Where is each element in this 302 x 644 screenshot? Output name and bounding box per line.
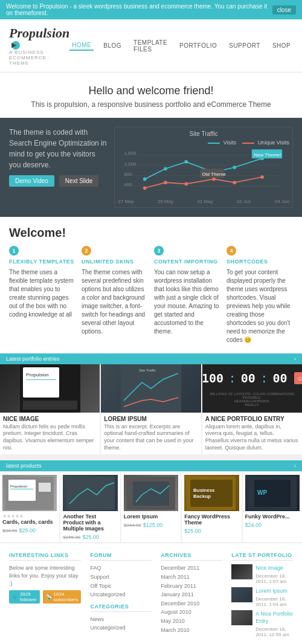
- portfolio-grid: Propulsion NICE IMAGE Nullam dictum feli…: [0, 364, 302, 455]
- archive-jan-2011[interactable]: January 2011: [161, 591, 222, 599]
- portfolio-latest-thumb-3: [231, 610, 252, 625]
- archive-mar-2010[interactable]: March 2010: [161, 626, 222, 634]
- twitter-social[interactable]: 🐦 3929follower: [9, 590, 40, 604]
- product-item-5[interactable]: WP Funky WordPre... $24.00: [243, 472, 302, 543]
- nav-support[interactable]: SUPPORT: [226, 41, 263, 50]
- svg-rect-36: [66, 477, 115, 510]
- portfolio-item-2[interactable]: Site Traffic LOREM IPSUM This is an exce…: [101, 364, 201, 455]
- feature-title-3: CONTENT IMPORTING: [154, 258, 220, 266]
- legend-visits: Visits: [208, 140, 236, 146]
- portfolio-title-2: LOREM IPSUM: [104, 416, 198, 422]
- footer-col-portfolio: LATE ST PORTFOLIO Nice Image December 18…: [231, 552, 293, 640]
- feature-num-4: 4: [226, 246, 236, 256]
- product-price-3: $344.00 $125.00: [124, 521, 178, 528]
- product-price-2: $155.00 $25.00: [63, 533, 117, 540]
- top-bar-message: Welcome to Propulsion - a sleek wordpres…: [6, 3, 272, 16]
- portfolio-latest-link-1[interactable]: Nice Image: [255, 564, 293, 572]
- category-uncategorized[interactable]: Uncategorized: [90, 624, 152, 632]
- portfolio-info-1: NICE IMAGE Nullam dictum felis eu pede m…: [0, 413, 100, 455]
- demo-video-button[interactable]: Demo Video: [9, 175, 54, 187]
- portfolio-latest-info-3: A Nice Portfolio Entry December 18, 2011…: [255, 610, 293, 637]
- svg-point-8: [143, 178, 147, 181]
- feature-text-2: The theme comes with several predefined …: [82, 268, 148, 336]
- counter-sep-2: :: [262, 372, 266, 385]
- svg-text:Backup: Backup: [193, 494, 211, 499]
- archive-mar-2011[interactable]: March 2011: [161, 573, 222, 581]
- legend-unique: Unique Visits: [242, 140, 289, 146]
- nav-shop[interactable]: SHOP: [270, 41, 293, 50]
- portfolio-latest-link-3[interactable]: A Nice Portfolio Entry: [255, 610, 293, 625]
- nav-home[interactable]: HOME: [69, 40, 94, 51]
- forum-link-offtopic[interactable]: Off Topic: [90, 582, 152, 590]
- product-price-old-2: $155.00: [63, 535, 80, 540]
- archive-aug-2010[interactable]: August 2010: [161, 608, 222, 616]
- portfolio-title-3: A NICE PORTFOLIO ENTRY: [205, 416, 299, 422]
- rss-social[interactable]: 📡 1634subscribers: [43, 590, 82, 604]
- next-slide-button[interactable]: Next Slide: [59, 175, 99, 187]
- portfolio-latest-link-2[interactable]: Lorem Ipsum: [255, 587, 293, 595]
- top-bar-close-button[interactable]: close: [272, 5, 296, 14]
- portfolio-latest-thumb-1: [231, 564, 252, 579]
- portfolio-info-2: LOREM IPSUM This is an excerpt. Excerpts…: [101, 413, 201, 455]
- product-price-new-4: $25.00: [184, 528, 201, 534]
- forum-link-faq[interactable]: FAQ: [90, 564, 152, 572]
- nav-template-files[interactable]: TEMPLATE FILES: [131, 38, 170, 54]
- portfolio-item-1[interactable]: Propulsion NICE IMAGE Nullam dictum feli…: [0, 364, 100, 455]
- nav-blog[interactable]: BLOG: [101, 41, 124, 50]
- svg-point-12: [233, 166, 237, 169]
- hero-heading: Hello and welcome friend!: [9, 85, 293, 97]
- logo-icon: ▶: [11, 41, 20, 50]
- category-news[interactable]: News: [90, 616, 152, 623]
- feature-title-1: FLEXIBLY TEMPLATES: [9, 258, 76, 266]
- main-nav: HOME BLOG TEMPLATE FILES PORTFOLIO SUPPO…: [69, 38, 293, 54]
- products-section-title: latest products: [6, 463, 42, 469]
- feature-area: The theme is coded with Search Engine Op…: [0, 118, 302, 217]
- archive-may-2010[interactable]: May 2010: [161, 617, 222, 625]
- product-price-4: $25.00: [184, 527, 239, 534]
- nav-portfolio[interactable]: PORTFOLIO: [177, 41, 219, 50]
- portfolio-item-3[interactable]: 100 : 00 : 00 ☺ MILLIONS OF LAYOUTS, COL…: [202, 364, 302, 455]
- product-price-old-3: $344.00: [124, 523, 141, 528]
- archive-dec-2011[interactable]: December 2011: [161, 564, 222, 572]
- product-thumb-2: [63, 475, 117, 511]
- portfolio-info-3: A NICE PORTFOLIO ENTRY Aliquam lorem ant…: [202, 413, 302, 455]
- portfolio-latest-info-1: Nice Image December 18, 2011, 1:07 am: [255, 564, 293, 584]
- svg-point-17: [212, 178, 216, 181]
- svg-rect-32: [8, 480, 36, 501]
- feature-description: The theme is coded with Search Engine Op…: [9, 127, 108, 170]
- product-item-3[interactable]: Lorem Ipsum $344.00 $125.00: [121, 472, 181, 543]
- forum-link-uncategorized[interactable]: Uncategorized: [90, 591, 152, 599]
- chart-title: Site Traffic: [118, 130, 289, 137]
- product-price-new-3: $125.00: [143, 522, 163, 528]
- legend-visits-dot: [208, 143, 220, 144]
- archive-feb-2011[interactable]: February 2011: [161, 582, 222, 590]
- social-box: 🐦 3929follower 📡 1634subscribers: [9, 590, 81, 604]
- product-thumb-5: WP: [245, 475, 300, 511]
- svg-point-15: [164, 181, 167, 184]
- product-price-new-2: $25.00: [82, 534, 99, 540]
- product-item-1[interactable]: Propulsion ★★★★★ Cards, cards, cards $34…: [0, 472, 59, 543]
- portfolio-text-1: Nullam dictum felis eu pede mollis preti…: [3, 423, 97, 452]
- svg-text:WP: WP: [257, 489, 267, 496]
- product-price-old-1: $34.00: [2, 528, 17, 533]
- forum-link-support[interactable]: Support: [90, 573, 152, 581]
- portfolio-latest-3: A Nice Portfolio Entry December 18, 2011…: [231, 610, 293, 637]
- product-thumb-3: [124, 475, 178, 511]
- archive-dec-2010[interactable]: December 2010: [161, 600, 222, 608]
- counter-sep-1: :: [230, 372, 234, 385]
- product-item-4[interactable]: Business Backup Fancy WordPress Theme $2…: [182, 472, 241, 543]
- product-item-2[interactable]: Another Test Product with a Multiple Ima…: [60, 472, 120, 543]
- rss-icon: 📡: [46, 594, 52, 600]
- svg-rect-35: [39, 483, 51, 492]
- product-price-new-5: $24.00: [245, 522, 262, 528]
- products-section-arrow: ›: [294, 463, 296, 469]
- portfolio-thumb-1: Propulsion: [0, 364, 100, 413]
- portfolio-thumb-3: 100 : 00 : 00 ☺ MILLIONS OF LAYOUTS, COL…: [202, 364, 302, 413]
- chart-legend: Visits Unique Visits: [118, 140, 289, 146]
- portfolio-latest-1: Nice Image December 18, 2011, 1:07 am: [231, 564, 293, 584]
- svg-point-18: [233, 181, 237, 184]
- product-price-5: $24.00: [245, 521, 300, 528]
- svg-rect-28: [23, 401, 77, 410]
- counter-digit-1: 100: [202, 368, 227, 388]
- feature-text-3: You can now setup a wordpress installati…: [154, 268, 220, 336]
